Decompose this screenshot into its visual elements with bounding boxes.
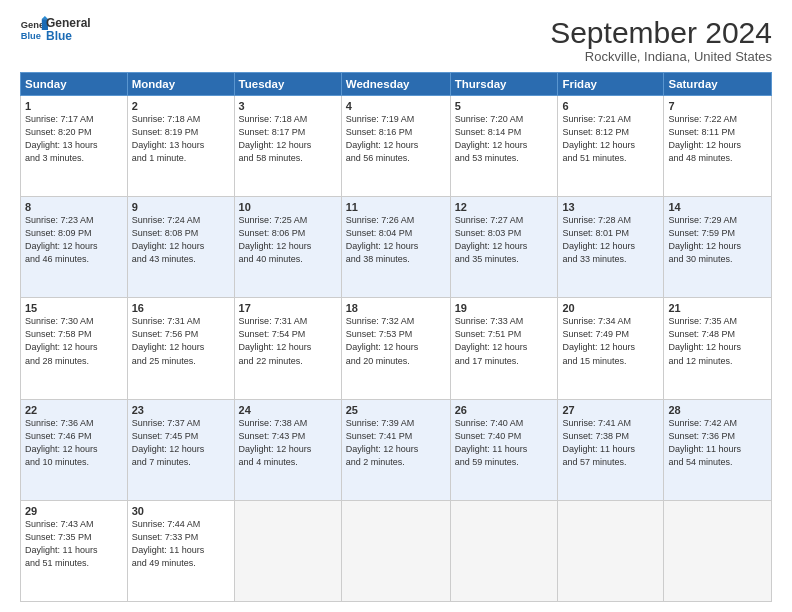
cell-line: Sunrise: 7:44 AM (132, 518, 230, 531)
day-number: 16 (132, 302, 230, 314)
cell-line: and 48 minutes. (668, 152, 767, 165)
cell-line: Sunrise: 7:38 AM (239, 417, 337, 430)
cell-line: Sunset: 8:17 PM (239, 126, 337, 139)
cell-line: Sunset: 8:12 PM (562, 126, 659, 139)
day-number: 10 (239, 201, 337, 213)
calendar-cell: 13Sunrise: 7:28 AMSunset: 8:01 PMDayligh… (558, 197, 664, 298)
calendar-cell (664, 500, 772, 601)
cell-line: Daylight: 12 hours (455, 139, 554, 152)
cell-line: Sunset: 7:40 PM (455, 430, 554, 443)
cell-line: Daylight: 12 hours (239, 139, 337, 152)
cell-line: Daylight: 12 hours (239, 341, 337, 354)
cell-line: Sunrise: 7:27 AM (455, 214, 554, 227)
cell-line: Sunset: 7:41 PM (346, 430, 446, 443)
cell-line: Sunset: 7:46 PM (25, 430, 123, 443)
cell-line: and 51 minutes. (562, 152, 659, 165)
cell-line: and 10 minutes. (25, 456, 123, 469)
cell-line: Sunset: 8:08 PM (132, 227, 230, 240)
calendar-cell: 18Sunrise: 7:32 AMSunset: 7:53 PMDayligh… (341, 298, 450, 399)
cell-line: Daylight: 12 hours (239, 240, 337, 253)
cell-line: and 17 minutes. (455, 355, 554, 368)
cell-line: and 58 minutes. (239, 152, 337, 165)
cell-line: Sunrise: 7:24 AM (132, 214, 230, 227)
cell-line: Sunset: 7:53 PM (346, 328, 446, 341)
col-header-monday: Monday (127, 73, 234, 96)
cell-content: Sunrise: 7:44 AMSunset: 7:33 PMDaylight:… (132, 518, 230, 570)
day-number: 11 (346, 201, 446, 213)
cell-line: and 56 minutes. (346, 152, 446, 165)
cell-line: Sunrise: 7:43 AM (25, 518, 123, 531)
cell-line: Daylight: 12 hours (455, 341, 554, 354)
cell-line: Sunrise: 7:20 AM (455, 113, 554, 126)
calendar-cell: 8Sunrise: 7:23 AMSunset: 8:09 PMDaylight… (21, 197, 128, 298)
cell-line: and 28 minutes. (25, 355, 123, 368)
calendar-cell: 29Sunrise: 7:43 AMSunset: 7:35 PMDayligh… (21, 500, 128, 601)
calendar-cell: 30Sunrise: 7:44 AMSunset: 7:33 PMDayligh… (127, 500, 234, 601)
cell-line: Sunrise: 7:18 AM (132, 113, 230, 126)
cell-line: Sunrise: 7:28 AM (562, 214, 659, 227)
cell-content: Sunrise: 7:41 AMSunset: 7:38 PMDaylight:… (562, 417, 659, 469)
day-number: 20 (562, 302, 659, 314)
cell-line: Sunrise: 7:39 AM (346, 417, 446, 430)
day-number: 18 (346, 302, 446, 314)
cell-line: Daylight: 12 hours (346, 240, 446, 253)
cell-line: Sunset: 7:58 PM (25, 328, 123, 341)
calendar-cell: 1Sunrise: 7:17 AMSunset: 8:20 PMDaylight… (21, 96, 128, 197)
cell-line: and 38 minutes. (346, 253, 446, 266)
cell-line: Sunset: 7:38 PM (562, 430, 659, 443)
cell-line: Sunset: 7:48 PM (668, 328, 767, 341)
cell-line: Sunset: 8:06 PM (239, 227, 337, 240)
cell-line: Daylight: 12 hours (132, 341, 230, 354)
cell-line: Sunrise: 7:35 AM (668, 315, 767, 328)
cell-line: Daylight: 11 hours (562, 443, 659, 456)
cell-content: Sunrise: 7:42 AMSunset: 7:36 PMDaylight:… (668, 417, 767, 469)
cell-line: and 25 minutes. (132, 355, 230, 368)
col-header-friday: Friday (558, 73, 664, 96)
day-number: 7 (668, 100, 767, 112)
day-number: 6 (562, 100, 659, 112)
cell-line: Sunset: 7:35 PM (25, 531, 123, 544)
cell-line: Daylight: 12 hours (346, 341, 446, 354)
day-number: 29 (25, 505, 123, 517)
cell-content: Sunrise: 7:31 AMSunset: 7:54 PMDaylight:… (239, 315, 337, 367)
calendar-cell: 5Sunrise: 7:20 AMSunset: 8:14 PMDaylight… (450, 96, 558, 197)
calendar-cell: 10Sunrise: 7:25 AMSunset: 8:06 PMDayligh… (234, 197, 341, 298)
cell-line: and 59 minutes. (455, 456, 554, 469)
calendar-cell: 25Sunrise: 7:39 AMSunset: 7:41 PMDayligh… (341, 399, 450, 500)
cell-line: Daylight: 12 hours (25, 240, 123, 253)
cell-line: Daylight: 12 hours (668, 139, 767, 152)
calendar-cell: 4Sunrise: 7:19 AMSunset: 8:16 PMDaylight… (341, 96, 450, 197)
cell-line: Sunrise: 7:32 AM (346, 315, 446, 328)
cell-line: and 30 minutes. (668, 253, 767, 266)
title-block: September 2024 Rockville, Indiana, Unite… (550, 16, 772, 64)
cell-line: Sunset: 7:33 PM (132, 531, 230, 544)
cell-line: Sunset: 8:09 PM (25, 227, 123, 240)
cell-line: and 7 minutes. (132, 456, 230, 469)
day-number: 17 (239, 302, 337, 314)
calendar-cell (450, 500, 558, 601)
cell-content: Sunrise: 7:18 AMSunset: 8:17 PMDaylight:… (239, 113, 337, 165)
cell-content: Sunrise: 7:20 AMSunset: 8:14 PMDaylight:… (455, 113, 554, 165)
cell-content: Sunrise: 7:32 AMSunset: 7:53 PMDaylight:… (346, 315, 446, 367)
calendar-cell: 2Sunrise: 7:18 AMSunset: 8:19 PMDaylight… (127, 96, 234, 197)
calendar-cell: 24Sunrise: 7:38 AMSunset: 7:43 PMDayligh… (234, 399, 341, 500)
calendar-cell: 23Sunrise: 7:37 AMSunset: 7:45 PMDayligh… (127, 399, 234, 500)
col-header-saturday: Saturday (664, 73, 772, 96)
cell-line: Daylight: 12 hours (455, 240, 554, 253)
cell-line: Sunrise: 7:30 AM (25, 315, 123, 328)
cell-content: Sunrise: 7:37 AMSunset: 7:45 PMDaylight:… (132, 417, 230, 469)
calendar-cell: 26Sunrise: 7:40 AMSunset: 7:40 PMDayligh… (450, 399, 558, 500)
col-header-wednesday: Wednesday (341, 73, 450, 96)
cell-line: Daylight: 13 hours (132, 139, 230, 152)
page-subtitle: Rockville, Indiana, United States (550, 49, 772, 64)
day-number: 12 (455, 201, 554, 213)
cell-content: Sunrise: 7:24 AMSunset: 8:08 PMDaylight:… (132, 214, 230, 266)
cell-line: Sunset: 7:36 PM (668, 430, 767, 443)
day-number: 1 (25, 100, 123, 112)
calendar-cell: 17Sunrise: 7:31 AMSunset: 7:54 PMDayligh… (234, 298, 341, 399)
cell-content: Sunrise: 7:29 AMSunset: 7:59 PMDaylight:… (668, 214, 767, 266)
calendar-cell: 20Sunrise: 7:34 AMSunset: 7:49 PMDayligh… (558, 298, 664, 399)
cell-content: Sunrise: 7:19 AMSunset: 8:16 PMDaylight:… (346, 113, 446, 165)
cell-line: Sunrise: 7:31 AM (239, 315, 337, 328)
cell-line: and 53 minutes. (455, 152, 554, 165)
